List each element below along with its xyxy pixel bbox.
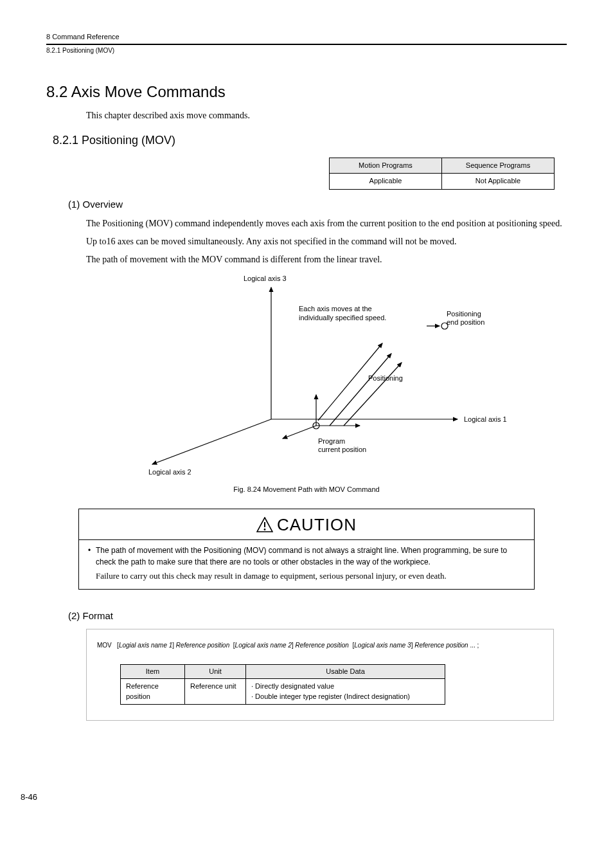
svg-line-10 <box>318 343 382 420</box>
diagram-axis2-label: Logical axis 2 <box>148 468 191 476</box>
caution-header-text: CAUTION <box>277 515 357 534</box>
diagram-endpos2: end position <box>447 318 484 326</box>
subsection-title: 8.2.1 Positioning (MOV) <box>53 132 567 149</box>
page-number: 8-46 <box>21 791 567 803</box>
applicability-col1: Motion Programs <box>330 158 442 173</box>
diagram-each2: individually specified speed. <box>299 314 386 321</box>
svg-line-11 <box>330 354 391 426</box>
format-mov: MOV <box>97 642 112 649</box>
header-chapter: 8 Command Reference <box>46 32 567 42</box>
applicability-val1: Applicable <box>330 174 442 189</box>
warning-icon <box>256 515 273 538</box>
format-row-usable2: · Double integer type register (Indirect… <box>251 692 440 701</box>
diagram-prog2: current position <box>318 446 366 453</box>
format-th-item: Item <box>121 665 185 679</box>
caution-header: CAUTION <box>79 509 534 540</box>
overview-para3: The path of movement with the MOV comman… <box>86 253 567 266</box>
format-refpos2: Reference position <box>296 642 349 649</box>
format-axis2: Logical axis name 2 <box>235 642 292 649</box>
svg-line-12 <box>344 363 402 426</box>
applicability-col2: Sequence Programs <box>442 158 555 173</box>
format-th-unit: Unit <box>185 665 246 679</box>
diagram-prog1: Program <box>318 437 345 445</box>
caution-body-text1: The path of movement with the Positionin… <box>96 545 525 568</box>
applicability-val2: Not Applicable <box>442 174 555 189</box>
section-title: 8.2 Axis Move Commands <box>46 81 567 103</box>
caution-box: CAUTION • The path of movement with the … <box>78 509 535 590</box>
svg-point-15 <box>264 529 266 530</box>
format-semicolon: ; <box>477 642 479 649</box>
diagram-each1: Each axis moves at the <box>299 305 372 312</box>
movement-diagram: Logical axis 3 Logical axis 1 Logical ax… <box>46 271 567 480</box>
overview-title: (1) Overview <box>68 197 567 211</box>
overview-para2: Up to16 axes can be moved simultaneously… <box>86 235 567 248</box>
format-ellipsis: ... <box>470 642 475 649</box>
diagram-endpos1: Positioning <box>447 310 481 318</box>
format-table: Item Unit Usable Data Reference position… <box>120 664 543 705</box>
format-row-unit: Reference unit <box>185 679 246 705</box>
svg-line-7 <box>283 426 316 439</box>
format-title: (2) Format <box>68 609 567 622</box>
svg-line-3 <box>152 419 271 464</box>
format-axis3: Logical axis name 3 <box>354 642 411 649</box>
section-intro: This chapter described axis move command… <box>86 109 567 122</box>
format-row-usable1: · Directly designated value <box>251 682 440 691</box>
format-box: MOV [Logial axis name 1] Reference posit… <box>86 629 554 721</box>
format-syntax: MOV [Logial axis name 1] Reference posit… <box>97 641 543 650</box>
applicability-table: Motion Programs Sequence Programs Applic… <box>329 158 567 190</box>
diagram-axis1-label: Logical axis 1 <box>464 415 507 423</box>
diagram-positioning: Positioning <box>368 374 403 382</box>
format-row-usable: · Directly designated value · Double int… <box>246 679 445 705</box>
format-refpos1: Reference position <box>176 642 229 649</box>
figure-caption: Fig. 8.24 Movement Path with MOV Command <box>46 485 567 494</box>
caution-bullet: • <box>88 545 96 568</box>
format-row-item: Reference position <box>121 679 185 705</box>
header-divider <box>46 44 567 45</box>
header-subsection: 8.2.1 Positioning (MOV) <box>46 46 567 55</box>
caution-body-text2: Failure to carry out this check may resu… <box>96 570 525 583</box>
format-refpos3: Reference position <box>414 642 468 649</box>
format-axis1: Logial axis name 1 <box>119 642 172 649</box>
overview-para1: The Positioning (MOV) command independen… <box>86 217 567 230</box>
format-th-usable: Usable Data <box>246 665 445 679</box>
diagram-axis3-label: Logical axis 3 <box>244 275 287 282</box>
